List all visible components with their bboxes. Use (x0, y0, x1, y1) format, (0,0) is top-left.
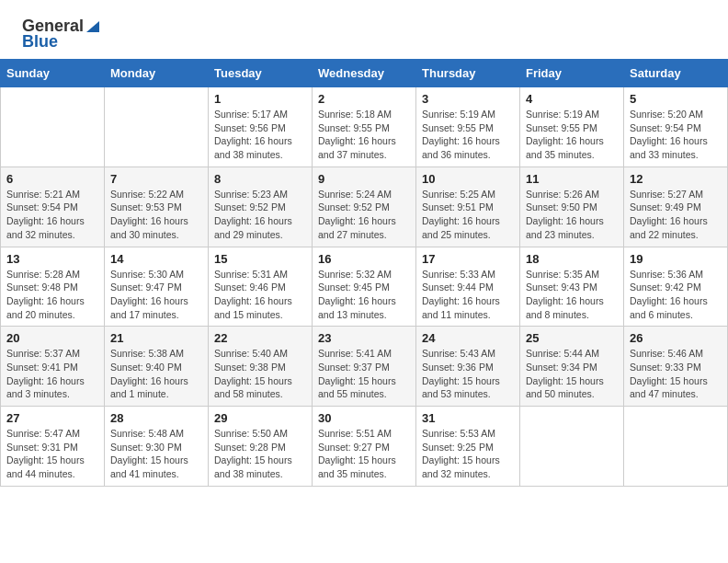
day-detail: Sunrise: 5:40 AM Sunset: 9:38 PM Dayligh… (214, 347, 306, 401)
day-detail: Sunrise: 5:28 AM Sunset: 9:48 PM Dayligh… (6, 268, 98, 322)
page-header: General Blue (0, 0, 728, 59)
day-number: 14 (110, 252, 202, 266)
day-number: 26 (630, 331, 722, 345)
calendar-cell: 29Sunrise: 5:50 AM Sunset: 9:28 PM Dayli… (209, 407, 313, 487)
day-number: 2 (318, 92, 410, 106)
day-detail: Sunrise: 5:36 AM Sunset: 9:42 PM Dayligh… (630, 268, 722, 322)
calendar-week-2: 6Sunrise: 5:21 AM Sunset: 9:54 PM Daylig… (1, 167, 728, 247)
calendar-cell: 16Sunrise: 5:32 AM Sunset: 9:45 PM Dayli… (313, 247, 416, 327)
logo-blue: Blue (22, 32, 58, 52)
svg-marker-0 (86, 21, 99, 32)
day-number: 22 (214, 331, 306, 345)
calendar-cell: 31Sunrise: 5:53 AM Sunset: 9:25 PM Dayli… (416, 407, 520, 487)
calendar-week-5: 27Sunrise: 5:47 AM Sunset: 9:31 PM Dayli… (1, 407, 728, 487)
day-number: 5 (630, 92, 722, 106)
day-number: 25 (526, 331, 618, 345)
calendar-cell: 10Sunrise: 5:25 AM Sunset: 9:51 PM Dayli… (416, 167, 520, 247)
calendar-cell: 22Sunrise: 5:40 AM Sunset: 9:38 PM Dayli… (209, 327, 313, 407)
day-detail: Sunrise: 5:35 AM Sunset: 9:43 PM Dayligh… (526, 268, 618, 322)
calendar-cell: 23Sunrise: 5:41 AM Sunset: 9:37 PM Dayli… (313, 327, 416, 407)
day-number: 28 (110, 411, 202, 425)
calendar-header-saturday: Saturday (624, 60, 728, 87)
day-detail: Sunrise: 5:44 AM Sunset: 9:34 PM Dayligh… (526, 347, 618, 401)
day-number: 6 (6, 172, 98, 186)
calendar-header-sunday: Sunday (1, 60, 105, 87)
day-detail: Sunrise: 5:48 AM Sunset: 9:30 PM Dayligh… (110, 427, 202, 481)
day-number: 12 (630, 172, 722, 186)
day-detail: Sunrise: 5:24 AM Sunset: 9:52 PM Dayligh… (318, 188, 410, 242)
calendar-header-wednesday: Wednesday (313, 60, 416, 87)
day-number: 17 (422, 252, 514, 266)
calendar-cell: 26Sunrise: 5:46 AM Sunset: 9:33 PM Dayli… (624, 327, 728, 407)
day-number: 8 (214, 172, 306, 186)
day-number: 11 (526, 172, 618, 186)
calendar-header-friday: Friday (520, 60, 624, 87)
day-number: 16 (318, 252, 410, 266)
calendar-week-4: 20Sunrise: 5:37 AM Sunset: 9:41 PM Dayli… (1, 327, 728, 407)
calendar-cell: 25Sunrise: 5:44 AM Sunset: 9:34 PM Dayli… (520, 327, 624, 407)
day-detail: Sunrise: 5:20 AM Sunset: 9:54 PM Dayligh… (630, 108, 722, 162)
calendar-cell: 28Sunrise: 5:48 AM Sunset: 9:30 PM Dayli… (105, 407, 209, 487)
day-number: 29 (214, 411, 306, 425)
day-detail: Sunrise: 5:37 AM Sunset: 9:41 PM Dayligh… (6, 347, 98, 401)
calendar-cell: 3Sunrise: 5:19 AM Sunset: 9:55 PM Daylig… (416, 87, 520, 167)
day-number: 1 (214, 92, 306, 106)
logo: General Blue (22, 17, 101, 52)
day-detail: Sunrise: 5:19 AM Sunset: 9:55 PM Dayligh… (422, 108, 514, 162)
calendar-cell: 8Sunrise: 5:23 AM Sunset: 9:52 PM Daylig… (209, 167, 313, 247)
day-detail: Sunrise: 5:33 AM Sunset: 9:44 PM Dayligh… (422, 268, 514, 322)
calendar-cell: 9Sunrise: 5:24 AM Sunset: 9:52 PM Daylig… (313, 167, 416, 247)
day-detail: Sunrise: 5:51 AM Sunset: 9:27 PM Dayligh… (318, 427, 410, 481)
calendar-cell: 17Sunrise: 5:33 AM Sunset: 9:44 PM Dayli… (416, 247, 520, 327)
day-number: 20 (6, 331, 98, 345)
calendar-cell: 6Sunrise: 5:21 AM Sunset: 9:54 PM Daylig… (1, 167, 105, 247)
day-detail: Sunrise: 5:21 AM Sunset: 9:54 PM Dayligh… (6, 188, 98, 242)
calendar-cell (105, 87, 209, 167)
calendar-header-thursday: Thursday (416, 60, 520, 87)
calendar-header-row: SundayMondayTuesdayWednesdayThursdayFrid… (1, 60, 728, 87)
day-number: 30 (318, 411, 410, 425)
calendar-cell: 30Sunrise: 5:51 AM Sunset: 9:27 PM Dayli… (313, 407, 416, 487)
calendar-week-3: 13Sunrise: 5:28 AM Sunset: 9:48 PM Dayli… (1, 247, 728, 327)
calendar-cell (1, 87, 105, 167)
calendar-cell: 2Sunrise: 5:18 AM Sunset: 9:55 PM Daylig… (313, 87, 416, 167)
calendar-cell: 18Sunrise: 5:35 AM Sunset: 9:43 PM Dayli… (520, 247, 624, 327)
day-detail: Sunrise: 5:26 AM Sunset: 9:50 PM Dayligh… (526, 188, 618, 242)
day-detail: Sunrise: 5:18 AM Sunset: 9:55 PM Dayligh… (318, 108, 410, 162)
day-detail: Sunrise: 5:43 AM Sunset: 9:36 PM Dayligh… (422, 347, 514, 401)
day-detail: Sunrise: 5:25 AM Sunset: 9:51 PM Dayligh… (422, 188, 514, 242)
day-number: 9 (318, 172, 410, 186)
calendar-week-1: 1Sunrise: 5:17 AM Sunset: 9:56 PM Daylig… (1, 87, 728, 167)
day-detail: Sunrise: 5:38 AM Sunset: 9:40 PM Dayligh… (110, 347, 202, 401)
calendar-cell: 14Sunrise: 5:30 AM Sunset: 9:47 PM Dayli… (105, 247, 209, 327)
calendar-cell: 19Sunrise: 5:36 AM Sunset: 9:42 PM Dayli… (624, 247, 728, 327)
calendar-header-tuesday: Tuesday (209, 60, 313, 87)
day-number: 3 (422, 92, 514, 106)
day-number: 24 (422, 331, 514, 345)
calendar-cell: 27Sunrise: 5:47 AM Sunset: 9:31 PM Dayli… (1, 407, 105, 487)
day-detail: Sunrise: 5:53 AM Sunset: 9:25 PM Dayligh… (422, 427, 514, 481)
calendar-cell: 12Sunrise: 5:27 AM Sunset: 9:49 PM Dayli… (624, 167, 728, 247)
day-number: 4 (526, 92, 618, 106)
calendar-cell: 4Sunrise: 5:19 AM Sunset: 9:55 PM Daylig… (520, 87, 624, 167)
calendar-cell: 13Sunrise: 5:28 AM Sunset: 9:48 PM Dayli… (1, 247, 105, 327)
day-number: 13 (6, 252, 98, 266)
day-number: 23 (318, 331, 410, 345)
day-number: 15 (214, 252, 306, 266)
day-detail: Sunrise: 5:23 AM Sunset: 9:52 PM Dayligh… (214, 188, 306, 242)
calendar-body: 1Sunrise: 5:17 AM Sunset: 9:56 PM Daylig… (1, 87, 728, 487)
day-detail: Sunrise: 5:27 AM Sunset: 9:49 PM Dayligh… (630, 188, 722, 242)
calendar-cell: 1Sunrise: 5:17 AM Sunset: 9:56 PM Daylig… (209, 87, 313, 167)
day-number: 31 (422, 411, 514, 425)
day-detail: Sunrise: 5:17 AM Sunset: 9:56 PM Dayligh… (214, 108, 306, 162)
day-detail: Sunrise: 5:22 AM Sunset: 9:53 PM Dayligh… (110, 188, 202, 242)
day-detail: Sunrise: 5:47 AM Sunset: 9:31 PM Dayligh… (6, 427, 98, 481)
calendar-cell: 24Sunrise: 5:43 AM Sunset: 9:36 PM Dayli… (416, 327, 520, 407)
calendar-cell: 11Sunrise: 5:26 AM Sunset: 9:50 PM Dayli… (520, 167, 624, 247)
calendar-cell: 5Sunrise: 5:20 AM Sunset: 9:54 PM Daylig… (624, 87, 728, 167)
calendar-cell (520, 407, 624, 487)
calendar-cell (624, 407, 728, 487)
day-number: 7 (110, 172, 202, 186)
calendar-cell: 7Sunrise: 5:22 AM Sunset: 9:53 PM Daylig… (105, 167, 209, 247)
day-number: 19 (630, 252, 722, 266)
